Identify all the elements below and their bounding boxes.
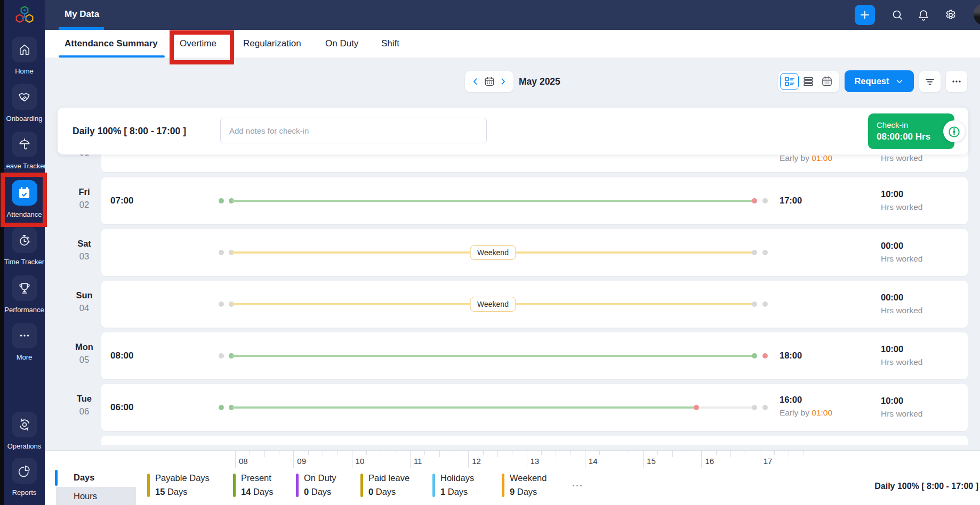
prev-month-button[interactable] — [471, 77, 480, 86]
zoho-people-logo-icon[interactable] — [4, 5, 45, 25]
stat-label: Weekend — [510, 473, 547, 483]
calendar-view-button[interactable] — [817, 73, 836, 90]
axis-hour-label: 10 — [356, 457, 365, 466]
early-by-label: Early by 01:00 — [780, 153, 832, 163]
tab-overtime[interactable]: Overtime — [180, 30, 216, 58]
stat-label: Paid leave — [368, 473, 409, 483]
sidebar-item-label: Time Tracker — [4, 258, 44, 266]
stat-color-bar — [502, 474, 504, 497]
checkin-button-hours: 08:00:00 Hrs — [877, 132, 954, 142]
checkin-timer-icon[interactable] — [943, 120, 965, 142]
checkin-button[interactable]: Check-in 08:00:00 Hrs — [868, 113, 954, 149]
attendance-row-05[interactable]: 08:0018:0010:00Hrs worked — [101, 332, 968, 379]
unit-tab-days[interactable]: Days — [56, 468, 136, 487]
hours-worked-value: 10:00 — [881, 396, 903, 406]
stat-label: On Duty — [304, 473, 336, 483]
axis-hour-line — [293, 451, 294, 468]
stat-value-unit: Days — [448, 487, 468, 496]
axis-minor-tick — [570, 451, 571, 455]
attendance-row-06[interactable]: 06:0016:00Early by 01:0010:00Hrs worked — [101, 384, 968, 431]
sidebar-item-time-tracker[interactable]: Time Tracker — [4, 227, 45, 266]
day-number: 05 — [66, 355, 103, 365]
zoho-people-app: Home Onboarding Leave Tracker Attendance… — [0, 0, 980, 505]
day-name: Sun — [66, 290, 103, 300]
sidebar-item-onboarding[interactable]: Onboarding — [4, 84, 45, 123]
sidebar-item-attendance[interactable]: Attendance — [4, 180, 45, 218]
axis-minor-tick — [745, 451, 745, 455]
tab-on-duty[interactable]: On Duty — [325, 30, 358, 58]
weekend-pill: Weekend — [470, 297, 516, 312]
timeline-green-line — [231, 355, 754, 357]
rows-view-button[interactable] — [799, 73, 817, 90]
timeline-green-line — [231, 200, 754, 202]
weekend-pill: Weekend — [470, 245, 516, 260]
add-button[interactable] — [855, 5, 875, 25]
sidebar-item-leave-tracker[interactable]: Leave Tracker — [4, 132, 45, 170]
sidebar-item-label: Attendance — [7, 210, 42, 218]
axis-minor-tick — [264, 451, 265, 457]
axis-minor-tick — [497, 451, 498, 457]
timeline-green-dot — [219, 198, 224, 203]
sidebar-item-label: Home — [15, 67, 34, 75]
toolbar: May 2025 Request — [45, 58, 980, 104]
unit-tab-label: Days — [74, 473, 94, 483]
stat-label: Present — [241, 473, 271, 483]
axis-minor-tick — [716, 451, 717, 455]
tab-label: Attendance Summary — [65, 38, 158, 49]
axis-minor-tick — [687, 451, 687, 455]
attendance-row-04[interactable]: Weekend00:00Hrs worked — [101, 281, 968, 328]
day-number: 06 — [66, 406, 103, 417]
check-in-time: 08:00 — [110, 351, 133, 361]
calendar-picker-icon[interactable] — [484, 76, 495, 87]
stat-value: 15 Days — [155, 487, 188, 497]
summary-more-button[interactable]: ... — [572, 478, 583, 489]
sidebar-item-operations[interactable]: Operations — [4, 412, 45, 450]
checkin-notes-input[interactable] — [220, 118, 487, 143]
bell-icon[interactable] — [917, 8, 930, 22]
axis-hour-line — [410, 451, 411, 468]
tab-regularization[interactable]: Regularization — [243, 30, 301, 58]
axis-minor-tick — [424, 451, 425, 455]
stat-value-number: 14 — [241, 487, 251, 496]
day-name: Sat — [66, 239, 103, 249]
axis-hour-line — [527, 451, 527, 468]
request-button[interactable]: Request — [845, 70, 914, 92]
time-axis-ruler: 08091011121314151617 — [45, 450, 980, 468]
day-number: 02 — [66, 200, 103, 210]
tab-shift[interactable]: Shift — [381, 30, 399, 58]
attendance-row-03[interactable]: Weekend00:00Hrs worked — [101, 229, 968, 276]
axis-minor-tick — [789, 451, 789, 457]
stat-color-bar — [147, 474, 150, 497]
stat-value-number: 9 — [510, 487, 515, 496]
next-month-button[interactable] — [498, 77, 508, 86]
day-name: Tue — [66, 394, 103, 404]
unit-tab-hours[interactable]: Hours — [56, 487, 136, 505]
shift-title: Daily 100% [ 8:00 - 17:00 ] — [73, 126, 186, 137]
sidebar-item-reports[interactable]: Reports — [4, 458, 45, 496]
avatar[interactable] — [974, 3, 980, 26]
stat-value-unit: Days — [253, 487, 274, 496]
gear-icon[interactable] — [944, 8, 958, 22]
sidebar-item-performance[interactable]: Performance — [4, 275, 45, 314]
search-icon[interactable] — [890, 8, 904, 22]
hours-worked-value: 00:00 — [881, 241, 903, 251]
sidebar-item-more[interactable]: More — [4, 323, 45, 361]
axis-hour-line — [760, 451, 760, 468]
active-tab-underline — [59, 55, 165, 58]
axis-minor-tick — [337, 451, 338, 455]
stat-value-unit: Days — [376, 487, 396, 496]
axis-hour-line — [585, 451, 585, 468]
attendance-row-02[interactable]: 07:0017:0010:00Hrs worked — [101, 177, 968, 224]
toolbar-more-button[interactable] — [946, 71, 967, 92]
month-label: May 2025 — [519, 71, 560, 92]
stat-value: 0 Days — [368, 487, 396, 497]
tab-attendance-summary[interactable]: Attendance Summary — [65, 30, 158, 58]
stat-value: 9 Days — [510, 487, 537, 497]
axis-minor-tick — [323, 451, 323, 457]
filter-button[interactable] — [919, 71, 941, 92]
day-label: Sun04 — [66, 290, 103, 313]
detail-list-view-button[interactable] — [780, 73, 799, 90]
sidebar-item-label: More — [17, 353, 33, 361]
hours-worked-label: Hrs worked — [881, 409, 922, 419]
sidebar-item-home[interactable]: Home — [4, 37, 45, 75]
